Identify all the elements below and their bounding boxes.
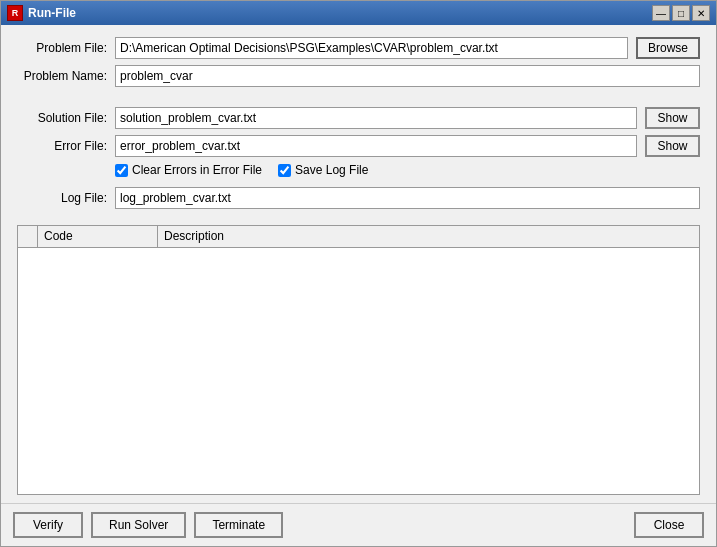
log-file-row: Log File:: [17, 187, 700, 209]
solution-file-input[interactable]: [115, 107, 637, 129]
table-code-header: Code: [38, 226, 158, 247]
results-table: Code Description: [17, 225, 700, 495]
close-button[interactable]: Close: [634, 512, 704, 538]
clear-errors-checkbox[interactable]: [115, 164, 128, 177]
table-header: Code Description: [18, 226, 699, 248]
main-window: R Run-File — □ ✕ Problem File: Browse Pr…: [0, 0, 717, 547]
run-solver-button[interactable]: Run Solver: [91, 512, 186, 538]
close-button[interactable]: ✕: [692, 5, 710, 21]
maximize-button[interactable]: □: [672, 5, 690, 21]
problem-name-row: Problem Name:: [17, 65, 700, 87]
window-title: Run-File: [28, 6, 647, 20]
close-button-area: Close: [634, 512, 704, 538]
error-file-label: Error File:: [17, 139, 107, 153]
verify-button[interactable]: Verify: [13, 512, 83, 538]
title-bar: R Run-File — □ ✕: [1, 1, 716, 25]
problem-file-row: Problem File: Browse: [17, 37, 700, 59]
problem-file-input[interactable]: [115, 37, 628, 59]
log-file-input[interactable]: [115, 187, 700, 209]
solution-file-row: Solution File: Show: [17, 107, 700, 129]
save-log-item: Save Log File: [278, 163, 368, 177]
title-buttons: — □ ✕: [652, 5, 710, 21]
log-file-label: Log File:: [17, 191, 107, 205]
solution-show-button[interactable]: Show: [645, 107, 700, 129]
table-marker-col: [18, 226, 38, 247]
solution-file-label: Solution File:: [17, 111, 107, 125]
save-log-label: Save Log File: [295, 163, 368, 177]
minimize-button[interactable]: —: [652, 5, 670, 21]
content-area: Problem File: Browse Problem Name: Solut…: [1, 25, 716, 503]
form-section: Problem File: Browse Problem Name: Solut…: [17, 37, 700, 209]
table-body: [18, 248, 699, 494]
terminate-button[interactable]: Terminate: [194, 512, 283, 538]
error-file-row: Error File: Show: [17, 135, 700, 157]
table-description-header: Description: [158, 226, 699, 247]
error-file-input[interactable]: [115, 135, 637, 157]
bottom-bar: Verify Run Solver Terminate Close: [1, 503, 716, 546]
app-icon: R: [7, 5, 23, 21]
problem-file-label: Problem File:: [17, 41, 107, 55]
checkbox-row: Clear Errors in Error File Save Log File: [115, 163, 700, 177]
clear-errors-item: Clear Errors in Error File: [115, 163, 262, 177]
error-show-button[interactable]: Show: [645, 135, 700, 157]
clear-errors-label: Clear Errors in Error File: [132, 163, 262, 177]
browse-button[interactable]: Browse: [636, 37, 700, 59]
problem-name-input[interactable]: [115, 65, 700, 87]
save-log-checkbox[interactable]: [278, 164, 291, 177]
problem-name-label: Problem Name:: [17, 69, 107, 83]
